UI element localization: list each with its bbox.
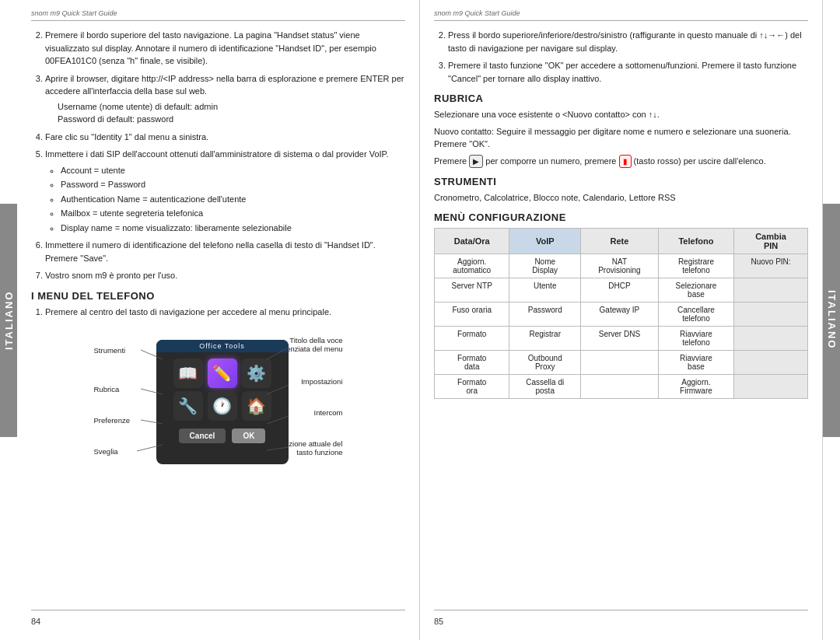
cell-registrar: Registrar bbox=[509, 327, 581, 351]
cell-nat-provisioning: NATProvisioning bbox=[581, 254, 659, 278]
menu-screen: Office Tools 📖 ✏️ ⚙️ 🔧 🕐 bbox=[156, 340, 289, 464]
icon-clock: 🕐 bbox=[208, 391, 237, 421]
left-steps-list: Premere il bordo superiore del tasto nav… bbox=[31, 29, 405, 282]
right-side-tab: ITALIANO bbox=[823, 204, 840, 437]
menu-steps-list: Premere al centro del tasto di navigazio… bbox=[31, 306, 405, 319]
cell-aggiorn-fw: Aggiorn.Firmware bbox=[658, 375, 733, 399]
left-footer: 84 bbox=[31, 610, 405, 626]
cell-server-ntp: Server NTP bbox=[435, 278, 509, 303]
ok-button[interactable]: OK bbox=[232, 428, 265, 443]
cell-fuso-oraria: Fuso oraria bbox=[435, 303, 509, 327]
left-step-3: Aprire il browser, digitare http://<IP a… bbox=[45, 72, 405, 126]
menu-step-1: Premere al centro del tasto di navigazio… bbox=[45, 306, 405, 319]
cell-aggiorn-auto: Aggiorn.automatico bbox=[435, 254, 509, 278]
cell-riavviare-base: Riavviarebase bbox=[658, 351, 733, 375]
icon-rubrica: 📖 bbox=[173, 358, 203, 388]
menu-icons-row1: 📖 ✏️ ⚙️ bbox=[173, 358, 271, 388]
left-header: snom m9 Quick Start Guide bbox=[31, 9, 405, 21]
left-side-tab: ITALIANO bbox=[0, 204, 17, 437]
icon-active: ✏️ bbox=[208, 358, 237, 388]
label-impostazioni: Impostazioni bbox=[301, 377, 342, 386]
label-preferenze: Preferenze bbox=[94, 416, 130, 425]
col-telefono: Telefono bbox=[658, 229, 733, 254]
step5-details: Account = utente Password = Password Aut… bbox=[45, 164, 405, 235]
right-content: Press il bordo superiore/inferiore/destr… bbox=[434, 29, 808, 610]
right-footer: 85 bbox=[434, 610, 808, 626]
config-table: Data/Ora VoIP Rete Telefono CambiaPIN Ag… bbox=[434, 228, 808, 399]
menu-config-section: Menù Configurazione bbox=[434, 212, 808, 223]
left-page: snom m9 Quick Start Guide Premere il bor… bbox=[17, 0, 420, 640]
table-row: Formato Registrar Server DNS Riavviarete… bbox=[435, 327, 808, 351]
menu-icons-row2: 🔧 🕐 🏠 bbox=[173, 391, 271, 421]
cell-formato: Formato bbox=[435, 327, 509, 351]
cell-empty7 bbox=[734, 375, 808, 399]
table-row: Formatodata OutboundProxy Riavviarebase bbox=[435, 351, 808, 375]
menu-telefono-section: I Menu del Telefono bbox=[31, 290, 405, 302]
icon-tools: 🔧 bbox=[173, 391, 203, 421]
table-row: Server NTP Utente DHCP Selezionarebase bbox=[435, 278, 808, 303]
rubrica-text2: Nuovo contatto: Seguire il messaggio per… bbox=[434, 125, 808, 151]
left-step-6: Immettere il numero di identificazione d… bbox=[45, 239, 405, 264]
screen-title: Office Tools bbox=[156, 340, 289, 352]
left-step-7: Vostro snom m9 è pronto per l'uso. bbox=[45, 269, 405, 282]
left-tab-label: ITALIANO bbox=[3, 290, 15, 349]
cell-utente: Utente bbox=[509, 278, 581, 303]
cell-registrare: Registraretelefono bbox=[658, 254, 733, 278]
cell-empty2 bbox=[734, 303, 808, 327]
cell-cancellare: Cancellaretelefono bbox=[658, 303, 733, 327]
left-step-5: Immettere i dati SIP dell'account ottenu… bbox=[45, 148, 405, 234]
cell-cassella: Cassella diposta bbox=[509, 375, 581, 399]
cell-gateway-ip: Gateway IP bbox=[581, 303, 659, 327]
left-content: Premere il bordo superiore del tasto nav… bbox=[31, 29, 405, 610]
cell-nuovo-pin: Nuovo PIN: bbox=[734, 254, 808, 278]
rubrica-text1: Selezionare una voce esistente o <Nuovo … bbox=[434, 108, 808, 121]
rubrica-section: Rubrica bbox=[434, 93, 808, 104]
rubrica-title: Rubrica bbox=[434, 93, 483, 104]
right-step-3: Premere il tasto funzione "OK" per acced… bbox=[448, 59, 808, 85]
cell-formato-data: Formatodata bbox=[435, 351, 509, 375]
col-voip: VoIP bbox=[509, 229, 581, 254]
cell-selezionare-base: Selezionarebase bbox=[658, 278, 733, 303]
cell-dhcp: DHCP bbox=[581, 278, 659, 303]
cell-empty1 bbox=[734, 278, 808, 303]
table-row: Fuso oraria Password Gateway IP Cancella… bbox=[435, 303, 808, 327]
cancel-button[interactable]: Cancel bbox=[179, 428, 226, 443]
right-page: snom m9 Quick Start Guide Press il bordo… bbox=[420, 0, 823, 640]
right-step-2: Press il bordo superiore/inferiore/destr… bbox=[448, 29, 808, 54]
menu-telefono-title: I Menu del Telefono bbox=[31, 290, 155, 302]
left-step-2: Premere il bordo superiore del tasto nav… bbox=[45, 29, 405, 68]
strumenti-section: Strumenti bbox=[434, 176, 808, 187]
cell-password: Password bbox=[509, 303, 581, 327]
strumenti-text: Cronometro, Calcolatrice, Blocco note, C… bbox=[434, 191, 808, 205]
table-row: Aggiorn.automatico NomeDisplay NATProvis… bbox=[435, 254, 808, 278]
col-data-ora: Data/Ora bbox=[435, 229, 509, 254]
cell-empty5 bbox=[734, 351, 808, 375]
cell-empty4 bbox=[581, 351, 659, 375]
table-row: Formatoora Cassella diposta Aggiorn.Firm… bbox=[435, 375, 808, 399]
menu-diagram: Strumenti Rubrica Preferenze Sveglia Tit… bbox=[94, 324, 343, 495]
cell-empty6 bbox=[581, 375, 659, 399]
left-step-4: Fare clic su "Identity 1" dal menu a sin… bbox=[45, 131, 405, 144]
icon-home: 🏠 bbox=[242, 391, 271, 421]
label-intercom: Intercom bbox=[314, 408, 343, 417]
label-strumenti: Strumenti bbox=[94, 346, 126, 355]
label-rubrica: Rubrica bbox=[94, 385, 120, 393]
label-sveglia: Sveglia bbox=[94, 447, 118, 456]
cell-formato-ora: Formatoora bbox=[435, 375, 509, 399]
menu-btn-row: Cancel OK bbox=[179, 428, 266, 443]
icon-settings: ⚙️ bbox=[242, 358, 271, 388]
col-rete: Rete bbox=[581, 229, 659, 254]
rubrica-text3: Premere ▶ per comporre un numero, premer… bbox=[434, 155, 808, 168]
cell-riavviare-tel: Riavviaretelefono bbox=[658, 327, 733, 351]
right-tab-label: ITALIANO bbox=[826, 290, 838, 349]
cell-nome-display: NomeDisplay bbox=[509, 254, 581, 278]
col-cambia-pin: CambiaPIN bbox=[734, 229, 808, 254]
strumenti-title: Strumenti bbox=[434, 176, 496, 187]
menu-config-title: Menù Configurazione bbox=[434, 212, 566, 223]
right-intro-steps: Press il bordo superiore/inferiore/destr… bbox=[434, 29, 808, 85]
right-header: snom m9 Quick Start Guide bbox=[434, 9, 808, 21]
cell-empty3 bbox=[734, 327, 808, 351]
cell-outbound-proxy: OutboundProxy bbox=[509, 351, 581, 375]
cell-server-dns: Server DNS bbox=[581, 327, 659, 351]
